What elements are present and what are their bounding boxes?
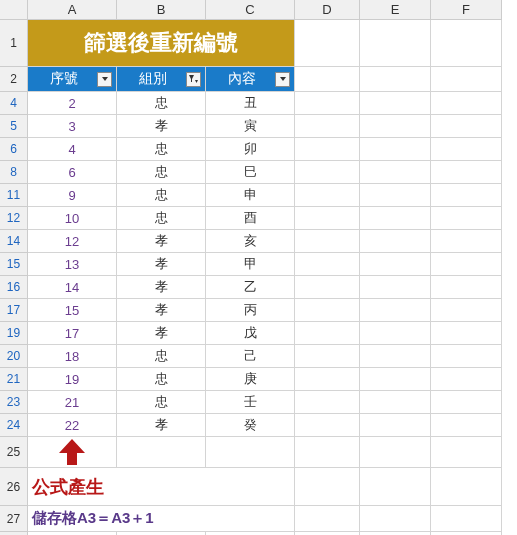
empty-cell[interactable] [295,437,360,468]
row-header-20[interactable]: 20 [0,345,28,368]
cell-seq[interactable]: 6 [28,161,117,184]
empty-cell[interactable] [360,391,431,414]
empty-cell[interactable] [431,468,502,506]
empty-cell[interactable] [431,115,502,138]
empty-cell[interactable] [360,184,431,207]
empty-cell[interactable] [295,368,360,391]
empty-cell[interactable] [295,468,360,506]
empty-cell[interactable] [295,253,360,276]
row-header-16[interactable]: 16 [0,276,28,299]
cell-group[interactable]: 孝 [117,276,206,299]
empty-cell[interactable] [295,322,360,345]
col-header-D[interactable]: D [295,0,360,20]
empty-cell[interactable] [431,437,502,468]
cell-content[interactable]: 甲 [206,253,295,276]
cell-seq[interactable]: 15 [28,299,117,322]
row-header-25[interactable]: 25 [0,437,28,468]
empty-cell[interactable] [431,276,502,299]
formula-text-cell[interactable]: 儲存格A3＝A3＋1 [28,506,295,532]
cell-seq[interactable]: 13 [28,253,117,276]
empty-cell[interactable] [431,138,502,161]
empty-cell[interactable] [360,161,431,184]
cell-content[interactable]: 亥 [206,230,295,253]
empty-cell[interactable] [360,138,431,161]
formula-label-cell[interactable]: 公式產生 [28,468,295,506]
cell-content[interactable]: 壬 [206,391,295,414]
empty-cell[interactable] [431,345,502,368]
empty-cell[interactable] [295,161,360,184]
empty-cell[interactable] [295,184,360,207]
arrow-cell[interactable] [28,437,117,468]
cell-group[interactable]: 孝 [117,299,206,322]
cell-seq[interactable]: 12 [28,230,117,253]
cell-content[interactable]: 丑 [206,92,295,115]
cell-seq[interactable]: 17 [28,322,117,345]
empty-cell[interactable] [431,299,502,322]
cell-seq[interactable]: 14 [28,276,117,299]
cell-group[interactable]: 忠 [117,368,206,391]
cell-group[interactable]: 忠 [117,345,206,368]
row-header-27[interactable]: 27 [0,506,28,532]
row-header-8[interactable]: 8 [0,161,28,184]
col-header-A[interactable]: A [28,0,117,20]
empty-cell[interactable] [360,115,431,138]
empty-cell[interactable] [360,437,431,468]
empty-cell[interactable] [431,161,502,184]
col-header-E[interactable]: E [360,0,431,20]
cell-content[interactable]: 丙 [206,299,295,322]
empty-cell[interactable] [295,207,360,230]
cell-content[interactable]: 庚 [206,368,295,391]
empty-cell[interactable] [295,391,360,414]
row-header-12[interactable]: 12 [0,207,28,230]
cell-seq[interactable]: 18 [28,345,117,368]
cell-seq[interactable]: 3 [28,115,117,138]
cell-seq[interactable]: 10 [28,207,117,230]
empty-cell[interactable] [431,414,502,437]
cell-group[interactable]: 孝 [117,230,206,253]
empty-cell[interactable] [431,368,502,391]
empty-cell[interactable] [431,230,502,253]
empty-cell[interactable] [360,299,431,322]
cell-seq[interactable]: 19 [28,368,117,391]
empty-cell[interactable] [295,67,360,92]
row-header-15[interactable]: 15 [0,253,28,276]
empty-cell[interactable] [360,92,431,115]
empty-cell[interactable] [295,506,360,532]
empty-cell[interactable] [431,67,502,92]
row-header-6[interactable]: 6 [0,138,28,161]
empty-cell[interactable] [431,322,502,345]
cell-group[interactable]: 忠 [117,207,206,230]
empty-cell[interactable] [295,414,360,437]
cell-group[interactable]: 忠 [117,138,206,161]
cell-content[interactable]: 戊 [206,322,295,345]
row-header-24[interactable]: 24 [0,414,28,437]
empty-cell[interactable] [431,92,502,115]
empty-cell[interactable] [431,184,502,207]
row-header-2[interactable]: 2 [0,67,28,92]
empty-cell[interactable] [360,230,431,253]
cell-content[interactable]: 酉 [206,207,295,230]
empty-cell[interactable] [295,115,360,138]
row-header-14[interactable]: 14 [0,230,28,253]
row-header-23[interactable]: 23 [0,391,28,414]
cell-content[interactable]: 己 [206,345,295,368]
cell-content[interactable]: 卯 [206,138,295,161]
empty-cell[interactable] [431,20,502,67]
col-header-F[interactable]: F [431,0,502,20]
empty-cell[interactable] [295,92,360,115]
empty-cell[interactable] [360,276,431,299]
cell-content[interactable]: 申 [206,184,295,207]
cell-content[interactable]: 巳 [206,161,295,184]
cell-seq[interactable]: 2 [28,92,117,115]
cell-group[interactable]: 孝 [117,414,206,437]
row-header-19[interactable]: 19 [0,322,28,345]
empty-cell[interactable] [295,20,360,67]
row-header-5[interactable]: 5 [0,115,28,138]
cell-group[interactable]: 忠 [117,184,206,207]
cell-group[interactable]: 孝 [117,115,206,138]
empty-cell[interactable] [431,253,502,276]
cell-seq[interactable]: 21 [28,391,117,414]
empty-cell[interactable] [295,299,360,322]
empty-cell[interactable] [360,368,431,391]
empty-cell[interactable] [360,20,431,67]
